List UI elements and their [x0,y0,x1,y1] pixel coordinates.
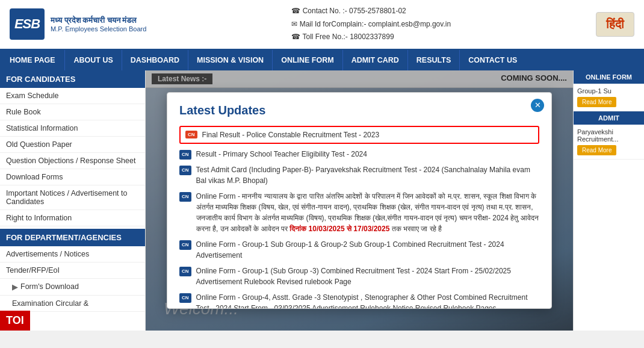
modal-overlay: Latest Updates ✕ CN Final Result - Polic… [146,70,573,331]
sidebar-item-old-question[interactable]: Old Question Paper [0,137,145,153]
for-dept-title: FOR DEPARTMENT/AGENCIES [0,229,145,246]
modal-item-4[interactable]: CN Online Form - Group-1 Sub Group-1 & G… [179,239,539,261]
modal-title: Latest Updates [179,104,539,117]
modal-date-highlight: दिनांक 10/03/2025 से 17/03/2025 [289,225,389,233]
sidebar-item-rule-book[interactable]: Rule Book [0,104,145,120]
news-icon-0: CN [185,131,197,138]
modal-item-text-2: Test Admit Card (Including Paper-B)- Par… [196,164,539,186]
read-more-button-1[interactable]: Read More [577,97,616,107]
sidebar-item-advertisements[interactable]: Advertisements / Notices [0,246,145,263]
modal-item-2[interactable]: CN Test Admit Card (Including Paper-B)- … [179,164,539,186]
sidebar-item-objections[interactable]: Question Objections / Response Sheet [0,153,145,169]
modal-close-button[interactable]: ✕ [531,99,544,112]
news-icon-1: CN [179,150,191,160]
sidebar-item-statistical[interactable]: Statistical Information [0,120,145,137]
sidebar: FOR CANDIDATES Exam Schedule Rule Book S… [0,70,146,331]
modal-item-text-0: Final Result - Police Constable Recruitm… [202,129,380,140]
toi-badge: TOI [0,311,30,331]
sidebar-item-important-notices[interactable]: Important Notices / Advertisement to Can… [0,185,145,210]
modal-item-6[interactable]: CN Online Form - Group-4, Asstt. Grade -… [179,292,539,309]
modal-box: Latest Updates ✕ CN Final Result - Polic… [167,92,552,309]
news-icon-6: CN [179,293,191,303]
modal-item-text-4: Online Form - Group-1 Sub Group-1 & Grou… [196,239,539,261]
arrow-icon: ▶ [12,282,18,291]
news-icon-5: CN [179,267,191,276]
read-more-button-2[interactable]: Read More [577,145,616,155]
sidebar-item-forms-download[interactable]: ▶ Form's Download [0,279,145,296]
sidebar-item-rti[interactable]: Right to Information [0,210,145,226]
nav-item-results[interactable]: RESULTS [408,50,460,70]
nav-item-dashboard[interactable]: DASHBOARD [122,50,188,70]
contact-no: ☎ Contact No. :- 0755-2578801-02 [291,7,406,15]
modal-item-text-3: Online Form - माननीय न्यायालय के द्वारा … [196,191,539,234]
logo-box: ESB [10,8,45,40]
admit-badge: ADMIT [574,111,644,125]
right-sidebar-group1: Group-1 Su Read More [574,84,644,111]
news-icon-3: CN [179,192,191,202]
online-form-badge: ONLINE FORM [574,70,644,84]
org-name-hindi: मध्य प्रदेश कर्मचारी चयन मंडल [51,16,146,25]
modal-item-5[interactable]: CN Online Form - Group-1 (Sub Group -3) … [179,266,539,287]
sidebar-item-tender[interactable]: Tender/RFP/EoI [0,263,145,279]
sidebar-item-exam-circular[interactable]: Examination Circular & [0,296,145,312]
modal-item-text-5: Online Form - Group-1 (Sub Group -3) Com… [196,266,539,287]
main-layout: FOR CANDIDATES Exam Schedule Rule Book S… [0,70,644,331]
modal-item-1[interactable]: CN Result - Primary School Teacher Eligi… [179,149,539,160]
hindi-button[interactable]: हिंदी [596,12,634,37]
right-sidebar-paryavekshi: Paryavekshi Recruitment... Read More [574,125,644,160]
paryavekshi-text: Paryavekshi Recruitment... [577,128,640,143]
for-candidates-title: FOR CANDIDATES [0,70,145,88]
logo-area: ESB मध्य प्रदेश कर्मचारी चयन मंडल M.P. E… [10,8,146,40]
nav-item-about[interactable]: ABOUT US [65,50,122,70]
sidebar-item-exam-schedule[interactable]: Exam Schedule [0,88,145,104]
group1-text: Group-1 Su [577,87,640,95]
nav-item-contact[interactable]: CONTACT US [460,50,525,70]
nav-item-admit-card[interactable]: ADMIT CARD [343,50,408,70]
news-icon-2: CN [179,166,191,175]
nav-item-online-form[interactable]: ONLINE FORM [273,50,343,70]
header: ESB मध्य प्रदेश कर्मचारी चयन मंडल M.P. E… [0,0,644,50]
nav-item-mission[interactable]: MISSION & VISION [188,50,273,70]
sidebar-item-download-forms[interactable]: Download Forms [0,169,145,185]
modal-item-text-1: Result - Primary School Teacher Eligibil… [196,149,367,160]
org-name-eng: M.P. Employees Selection Board [51,25,146,33]
logo-letters: ESB [14,16,40,32]
navbar: HOME PAGE ABOUT US DASHBOARD MISSION & V… [0,50,644,70]
content-area: Welcom... Latest News :- COMING SOON....… [146,70,573,331]
mail-info: ✉ Mail Id forComplain:- complaint.esb@mp… [291,20,451,28]
nav-item-home[interactable]: HOME PAGE [0,50,65,70]
modal-item-0[interactable]: CN Final Result - Police Constable Recru… [179,126,539,144]
right-sidebar: ONLINE FORM Group-1 Su Read More ADMIT P… [573,70,644,331]
logo-text-area: मध्य प्रदेश कर्मचारी चयन मंडल M.P. Emplo… [51,16,146,33]
news-icon-4: CN [179,240,191,250]
modal-item-3[interactable]: CN Online Form - माननीय न्यायालय के द्वा… [179,191,539,234]
toll-free: ☎ Toll Free No.:- 18002337899 [291,33,394,41]
modal-item-text-6: Online Form - Group-4, Asstt. Grade -3 S… [196,292,539,309]
contact-info: ☎ Contact No. :- 0755-2578801-02 ✉ Mail … [291,5,451,44]
